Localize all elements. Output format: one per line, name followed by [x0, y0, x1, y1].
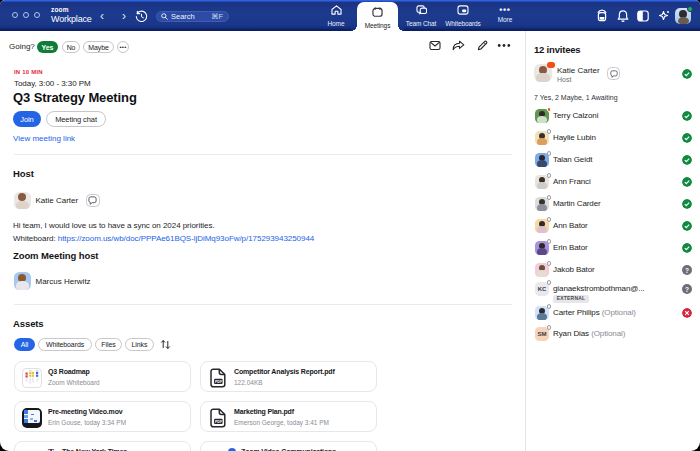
svg-text:PDF: PDF — [215, 420, 223, 424]
svg-text:PDF: PDF — [215, 380, 223, 384]
